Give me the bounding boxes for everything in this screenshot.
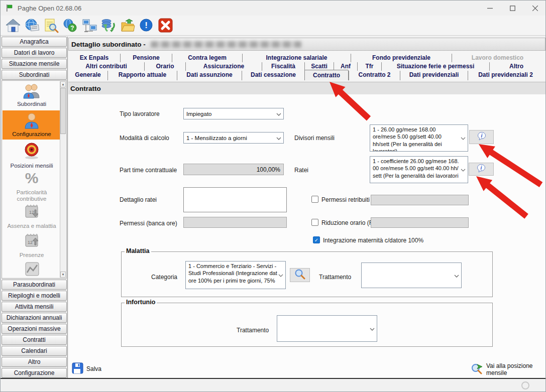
permessi-retribuiti-checkbox[interactable] [311, 196, 318, 203]
tipo-lavoratore-select[interactable]: Impiegato [183, 108, 284, 119]
integrazione-maternita-checkbox[interactable]: ✓ [313, 236, 320, 243]
panel-item-label: Configurazione [3, 131, 61, 138]
panel-item-posizioni-mensili[interactable]: Posizioni mensili [3, 142, 61, 170]
tab-contratto-2[interactable]: Contratto 2 [349, 71, 400, 80]
web-help-icon[interactable]: ? [61, 17, 80, 35]
sidebar-item-contratti[interactable]: Contratti [2, 335, 67, 345]
part-time-field: 100,00% [183, 164, 284, 175]
sidebar-item-situazione-mensile[interactable]: Situazione mensile [2, 59, 67, 69]
malattia-trattamento-select[interactable] [361, 263, 462, 288]
exit-icon[interactable] [156, 17, 175, 35]
tab-rapporto-attuale[interactable]: Rapporto attuale [107, 71, 177, 80]
tab-altri-contributi[interactable]: Altri contributi [68, 62, 144, 71]
tab-fiscalita[interactable]: Fiscalità [262, 62, 304, 71]
scrollbar-thumb[interactable] [60, 88, 66, 134]
infortunio-title: Infortunio [125, 299, 157, 306]
user-config-icon [3, 112, 61, 131]
chevron-down-icon [278, 272, 283, 279]
percent-icon: % [3, 169, 61, 189]
minimize-icon[interactable] [479, 1, 501, 16]
tab-pensione[interactable]: Pensione [120, 54, 172, 62]
floppy-icon [72, 362, 83, 375]
flag-icon [6, 4, 14, 12]
categoria-search-button[interactable] [290, 268, 310, 282]
divisori-info-button[interactable]: i [469, 130, 494, 144]
search-document-icon[interactable] [42, 17, 61, 35]
goto-monthly-position-button[interactable]: Vai alla posizione mensile [471, 362, 545, 376]
save-button[interactable]: Salva [72, 362, 101, 375]
sidebar-item-parasubordinati[interactable]: Parasubordinati [2, 280, 67, 290]
categoria-value: 1 - Commercio e Terziario - Servizi - St… [188, 263, 277, 289]
scroll-up-icon[interactable]: ▲ [60, 81, 66, 87]
tab-integrazione-salariale[interactable]: Integrazione salariale [242, 54, 351, 62]
sidebar-item-dichiarazioni-annuali[interactable]: Dichiarazioni annuali [2, 313, 67, 323]
sidebar-item-attivita-mensili[interactable]: Attività mensili [2, 302, 67, 312]
sidebar-panel: Subordinati Configurazione Posizioni men… [2, 80, 67, 279]
panel-item-label: Subordinati [3, 101, 61, 107]
title-bar: Paghe Open 02.68.06 [1, 1, 546, 16]
categoria-label: Categoria [151, 274, 177, 281]
ratei-info-button[interactable]: i [469, 163, 494, 176]
tab-dati-previdenziali-2[interactable]: Dati previdenziali 2 [468, 71, 543, 80]
svg-text:i: i [481, 133, 482, 139]
window-title: Paghe Open 02.68.06 [18, 5, 81, 12]
folder-export-icon[interactable] [118, 17, 137, 35]
calendar-down-icon: 12 [3, 203, 61, 223]
database-sync-icon[interactable] [99, 17, 118, 35]
tab-dati-cessazione[interactable]: Dati cessazione [242, 71, 304, 80]
riduzione-orario-checkbox[interactable] [311, 219, 318, 226]
divisori-mensili-value: 1 - 26.00 gg/mese 168.00 ore/mese 5.00 g… [373, 126, 442, 152]
sidebar-item-subordinati[interactable]: Subordinati [2, 70, 67, 80]
page-title: Dettaglio subordinato - [71, 41, 146, 48]
infortunio-trattamento-select[interactable] [277, 315, 377, 342]
tipo-lavoratore-value: Impiegato [186, 111, 212, 117]
sidebar-item-configurazione-bottom[interactable]: Configurazione [2, 368, 67, 378]
chevron-down-icon [276, 111, 281, 117]
redacted-subject-name [151, 41, 301, 48]
chevron-down-icon [454, 273, 459, 279]
tab-generale[interactable]: Generale [68, 71, 107, 80]
tab-contratto[interactable]: Contratto [304, 70, 349, 80]
svg-text:%: % [25, 170, 39, 186]
section-title: Contratto [70, 85, 101, 92]
sidebar-item-anagrafica[interactable]: Anagrafica [2, 37, 67, 47]
modalita-calcolo-select[interactable]: 1 - Mensilizzato a giorni [183, 132, 284, 144]
panel-item-particolarita-contributive[interactable]: % Particolarità contributive [3, 169, 61, 202]
info-bubble-icon: i [476, 164, 486, 175]
panel-item-presenze[interactable]: 12 Presenze [3, 231, 61, 260]
divisori-mensili-select[interactable]: 1 - 26.00 gg/mese 168.00 ore/mese 5.00 g… [370, 124, 468, 152]
panel-item-assenza-e-malattia[interactable]: 12 Assenza e malattia [3, 203, 61, 231]
network-icon[interactable] [80, 17, 99, 35]
tab-dati-previdenziali[interactable]: Dati previdenziali [400, 71, 468, 80]
web-news-icon[interactable] [23, 17, 42, 35]
info-icon[interactable]: ! [137, 17, 156, 35]
categoria-select[interactable]: 1 - Commercio e Terziario - Servizi - St… [185, 261, 286, 289]
sidebar-item-datori-di-lavoro[interactable]: Datori di lavoro [2, 48, 67, 58]
tab-orario[interactable]: Orario [144, 62, 185, 71]
dettaglio-ratei-textarea[interactable] [183, 187, 287, 212]
panel-item-subordinati[interactable]: Subordinati [3, 83, 61, 110]
tab-fondo-previdenziale[interactable]: Fondo previdenziale [351, 54, 452, 62]
maximize-icon[interactable] [501, 1, 524, 16]
sidebar-item-altro[interactable]: Altro [2, 357, 67, 367]
users-icon [3, 83, 61, 101]
home-icon[interactable] [4, 17, 23, 35]
panel-item-partial[interactable] [3, 260, 61, 278]
tab-tfr[interactable]: Tfr [357, 62, 381, 71]
close-icon[interactable] [524, 1, 546, 16]
scroll-down-icon[interactable]: ▼ [60, 272, 66, 278]
tab-contra-legem[interactable]: Contra legem [172, 54, 242, 62]
tab-dati-assunzione[interactable]: Dati assunzione [177, 71, 242, 80]
panel-item-configurazione[interactable]: Configurazione [3, 110, 61, 140]
panel-item-label: Assenza e malattia [3, 223, 61, 229]
chart-icon [3, 260, 61, 278]
panel-scrollbar[interactable]: ▲ ▼ [60, 81, 66, 278]
ratei-select[interactable]: 1 - coefficiente 26.00 gg/mese 168. 00 o… [370, 156, 468, 183]
tab-altro[interactable]: Altro [489, 62, 543, 71]
sidebar-item-calendari[interactable]: Calendari [2, 346, 67, 356]
sidebar-item-riepiloghi-e-modelli[interactable]: Riepiloghi e modelli [2, 291, 67, 301]
sidebar-item-operazioni-massive[interactable]: Operazioni massive [2, 324, 67, 334]
tab-ex-enpals[interactable]: Ex Enpals [68, 54, 120, 62]
tab-assicurazione[interactable]: Assicurazione [185, 62, 262, 71]
tab-situazione-ferie-e-permessi[interactable]: Situazione ferie e permessi [381, 62, 489, 71]
